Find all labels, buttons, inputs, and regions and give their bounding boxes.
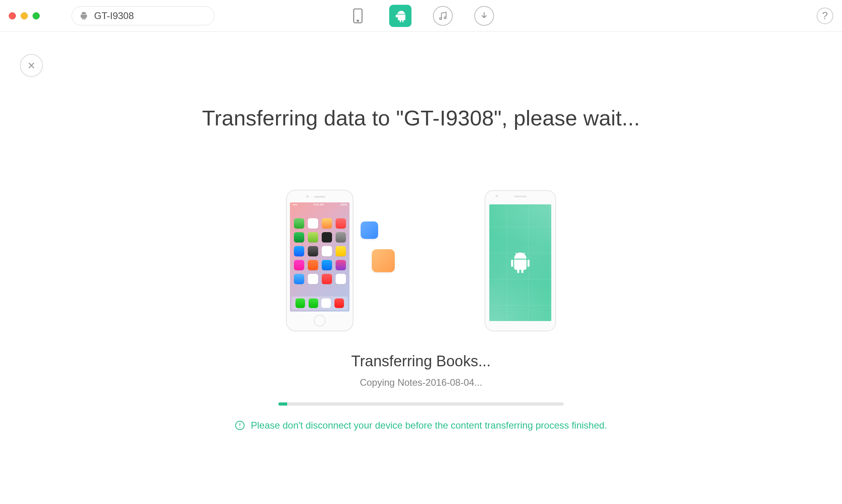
iphone-app-grid <box>292 218 347 284</box>
android-transfer-tab-icon[interactable] <box>389 5 411 27</box>
svg-point-6 <box>239 427 240 428</box>
device-selector[interactable]: GT-I9308 <box>71 6 214 25</box>
app-icon <box>336 232 346 242</box>
app-icon <box>308 274 318 284</box>
close-icon <box>27 61 36 70</box>
transfer-progress-bar <box>278 402 564 406</box>
app-icon <box>294 246 304 256</box>
top-toolbar: GT-I9308 ? <box>0 0 842 32</box>
app-icon <box>294 218 304 229</box>
device-name-label: GT-I9308 <box>94 10 134 21</box>
window-zoom-button[interactable] <box>33 12 40 19</box>
app-icon <box>294 232 304 242</box>
target-device-android <box>485 190 556 331</box>
floating-tile-blue <box>361 221 378 239</box>
transfer-warning: Please don't disconnect your device befo… <box>235 420 607 431</box>
devices-row: ••••• 9:41 AM 100% <box>286 190 556 331</box>
iphone-status-bar: ••••• 9:41 AM 100% <box>292 203 347 206</box>
app-icon <box>308 260 318 270</box>
dock-app-icon <box>295 298 305 308</box>
window-controls <box>9 12 40 19</box>
app-icon <box>322 274 332 284</box>
android-logo-icon <box>508 250 533 275</box>
source-device-iphone: ••••• 9:41 AM 100% <box>286 190 353 331</box>
iphone-home-button <box>314 315 326 327</box>
window-close-button[interactable] <box>9 12 16 19</box>
transfer-status-detail: Copying Notes-2016-08-04... <box>360 377 482 388</box>
transfer-status-title: Transferring Books... <box>351 353 491 370</box>
music-tab-icon[interactable] <box>433 6 453 26</box>
app-icon <box>336 260 346 270</box>
android-speaker <box>514 196 527 197</box>
transfer-warning-text: Please don't disconnect your device befo… <box>251 420 607 431</box>
svg-point-1 <box>357 20 359 21</box>
iphone-camera <box>306 195 309 198</box>
info-icon <box>235 420 245 431</box>
page-title: Transferring data to "GT-I9308", please … <box>202 106 640 130</box>
phone-tab-icon[interactable] <box>348 6 368 26</box>
transfer-progress-fill <box>278 402 287 406</box>
app-icon <box>308 218 318 229</box>
android-screen <box>489 204 551 321</box>
app-icon <box>336 218 346 229</box>
svg-point-3 <box>444 17 446 19</box>
app-icon <box>322 246 332 256</box>
app-icon <box>294 260 304 270</box>
window-minimize-button[interactable] <box>21 12 28 19</box>
iphone-speaker <box>314 196 325 198</box>
help-label: ? <box>822 10 828 22</box>
app-icon <box>294 274 304 284</box>
app-icon <box>322 260 332 270</box>
android-camera <box>496 195 498 197</box>
main-content: Transferring data to "GT-I9308", please … <box>0 32 842 431</box>
iphone-dock <box>292 296 348 310</box>
dock-app-icon <box>309 298 318 308</box>
svg-point-2 <box>440 17 442 19</box>
dock-app-icon <box>334 298 344 308</box>
app-icon <box>322 232 332 242</box>
close-button[interactable] <box>20 54 43 77</box>
android-icon <box>79 11 89 21</box>
app-icon <box>308 246 318 256</box>
app-icon <box>336 246 346 256</box>
dock-app-icon <box>321 298 331 308</box>
floating-app-tiles <box>351 221 374 272</box>
center-toolbar-icons <box>348 5 494 27</box>
app-icon <box>308 232 318 242</box>
floating-tile-orange <box>372 249 395 272</box>
app-icon <box>322 218 332 229</box>
download-tab-icon[interactable] <box>474 6 494 26</box>
help-button[interactable]: ? <box>817 8 833 24</box>
iphone-screen: ••••• 9:41 AM 100% <box>290 202 350 312</box>
app-icon <box>336 274 346 284</box>
